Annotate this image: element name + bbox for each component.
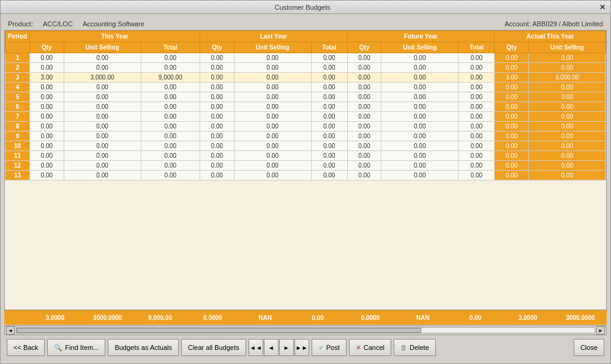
this-year-header: This Year	[30, 31, 200, 42]
scroll-left-button[interactable]: ◄	[6, 326, 15, 335]
table-row[interactable]: 90.000.000.000.000.000.000.000.000.000.0…	[6, 132, 606, 141]
nav-next-button[interactable]: ►	[279, 339, 294, 356]
ty-total-header: Total	[141, 42, 200, 53]
fy-total-header: Total	[459, 42, 495, 53]
nav-last-button[interactable]: ►►	[294, 339, 309, 356]
scroll-track[interactable]	[16, 327, 595, 333]
table-header-row2: Qty Unit Selling Total Qty Unit Selling …	[6, 42, 606, 53]
totals-ty-qty: 3.0000	[29, 314, 81, 321]
budget-table: Period This Year Last Year Future Year A…	[5, 31, 606, 180]
trash-icon: 🗑	[400, 344, 407, 351]
scroll-thumb[interactable]	[17, 328, 421, 333]
button-bar: << Back 🔍 Find Item... Budgets as Actual…	[4, 335, 607, 360]
fy-qty-header: Qty	[347, 42, 381, 53]
totals-ly-qty: 0.0000	[186, 314, 239, 321]
fy-us-header: Unit Selling	[381, 42, 459, 53]
product-code: ACC/LOC	[43, 20, 73, 28]
horizontal-scrollbar[interactable]: ◄ ►	[4, 325, 607, 335]
product-label: Product:	[8, 20, 33, 28]
actual-this-year-header: Actual This Year	[495, 31, 606, 42]
navigation-group: ◄◄ ◄ ► ►►	[249, 339, 309, 356]
totals-fy-qty: 0.0000	[344, 314, 397, 321]
delete-label: Delete	[410, 344, 429, 351]
table-row[interactable]: 33.003,000.009,000.000.000.000.000.000.0…	[6, 73, 606, 83]
table-row[interactable]: 120.000.000.000.000.000.000.000.000.000.…	[6, 161, 606, 171]
main-window: Customer Budgets ✕ Product: ACC/LOC Acco…	[0, 0, 611, 364]
account-value: ABB029 / Albott Limited	[532, 20, 603, 28]
ty-qty-header: Qty	[30, 42, 64, 53]
act-qty-header: Qty	[495, 42, 529, 53]
totals-act-qty: 3.0000	[501, 314, 554, 321]
totals-ly-us: NAN	[239, 314, 291, 321]
ly-qty-header: Qty	[200, 42, 234, 53]
totals-fy-total: 0.00	[449, 314, 502, 321]
totals-bar: 3.0000 3000.0000 9,000.00 0.0000 NAN 0.0…	[4, 310, 607, 325]
table-row[interactable]: 20.000.000.000.000.000.000.000.000.000.0…	[6, 63, 606, 73]
window-title: Customer Budgets	[6, 4, 599, 11]
delete-button[interactable]: 🗑 Delete	[394, 339, 436, 356]
post-button[interactable]: ✓ Post	[312, 339, 347, 356]
back-button[interactable]: << Back	[7, 339, 45, 356]
scroll-right-button[interactable]: ►	[596, 326, 605, 335]
content-area: Product: ACC/LOC Accounting Software Acc…	[1, 14, 610, 363]
magnifier-icon: 🔍	[54, 344, 62, 352]
cancel-label: Cancel	[364, 344, 384, 351]
table-row[interactable]: 50.000.000.000.000.000.000.000.000.000.0…	[6, 92, 606, 102]
find-item-button[interactable]: 🔍 Find Item...	[47, 339, 105, 356]
totals-ty-us: 3000.0000	[81, 314, 134, 321]
table-row[interactable]: 100.000.000.000.000.000.000.000.000.000.…	[6, 141, 606, 151]
close-icon[interactable]: ✕	[599, 3, 605, 12]
nav-first-button[interactable]: ◄◄	[249, 339, 263, 356]
nav-prev-button[interactable]: ◄	[264, 339, 279, 356]
ty-us-header: Unit Selling	[64, 42, 141, 53]
act-us-header: Unit Selling	[528, 42, 605, 53]
post-label: Post	[326, 344, 340, 351]
table-row[interactable]: 110.000.000.000.000.000.000.000.000.000.…	[6, 151, 606, 161]
last-year-header: Last Year	[200, 31, 348, 42]
table-row[interactable]: 40.000.000.000.000.000.000.000.000.000.0…	[6, 83, 606, 92]
find-item-label: Find Item...	[65, 344, 99, 351]
product-name: Accounting Software	[83, 20, 144, 28]
totals-ty-total: 9,000.00	[134, 314, 187, 321]
table-row[interactable]: 70.000.000.000.000.000.000.000.000.000.0…	[6, 112, 606, 122]
budget-table-container: Period This Year Last Year Future Year A…	[4, 30, 607, 310]
table-header-row1: Period This Year Last Year Future Year A…	[6, 31, 606, 42]
period-sub-header	[6, 42, 30, 53]
cancel-button[interactable]: ✕ Cancel	[349, 339, 391, 356]
table-row[interactable]: 10.000.000.000.000.000.000.000.000.000.0…	[6, 53, 606, 63]
period-header: Period	[6, 31, 30, 42]
table-row[interactable]: 60.000.000.000.000.000.000.000.000.000.0…	[6, 102, 606, 112]
future-year-header: Future Year	[347, 31, 495, 42]
totals-act-us: 3000.0000	[554, 314, 607, 321]
product-info: Product: ACC/LOC Accounting Software Acc…	[4, 18, 607, 30]
title-bar: Customer Budgets ✕	[1, 1, 610, 14]
clear-all-budgets-button[interactable]: Clear all Budgets	[181, 339, 246, 356]
close-button[interactable]: Close	[574, 339, 604, 356]
check-icon: ✓	[318, 344, 324, 352]
budgets-as-actuals-button[interactable]: Budgets as Actuals	[108, 339, 179, 356]
account-label: Account:	[504, 20, 531, 28]
ly-total-header: Total	[311, 42, 347, 53]
totals-fy-us: NAN	[397, 314, 449, 321]
ly-us-header: Unit Selling	[234, 42, 311, 53]
table-row[interactable]: 80.000.000.000.000.000.000.000.000.000.0…	[6, 122, 606, 132]
totals-ly-total: 0.00	[291, 314, 344, 321]
table-row[interactable]: 130.000.000.000.000.000.000.000.000.000.…	[6, 171, 606, 180]
cancel-icon: ✕	[356, 344, 361, 352]
